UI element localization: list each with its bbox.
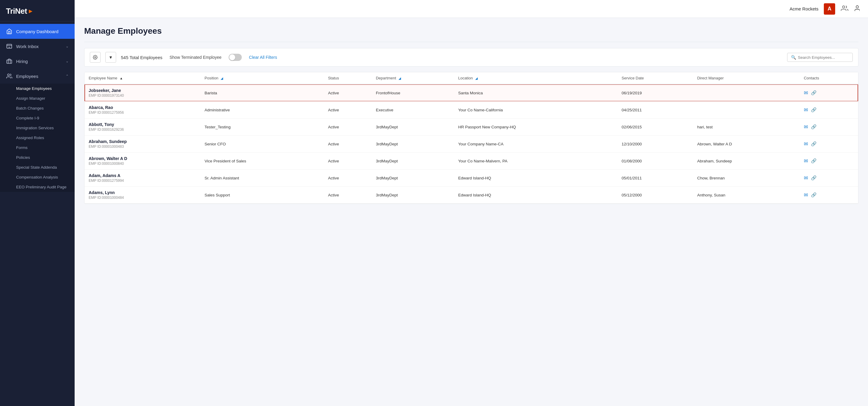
cell-location: Santa Monica — [454, 84, 618, 101]
employee-name: Adams, Lynn — [89, 190, 196, 195]
sub-nav-assigned-roles[interactable]: Assigned Roles — [0, 133, 74, 143]
clear-all-filters-button[interactable]: Clear All Filters — [249, 55, 277, 60]
filter-icon[interactable]: ◢ — [221, 76, 223, 80]
cell-department: Executive — [372, 101, 454, 119]
cell-position: Tester_Testing — [200, 119, 324, 135]
cell-contacts: ✉ 🔗 — [800, 187, 858, 204]
employees-table-container: Employee Name ▲ Position ◢ Status Depart… — [84, 72, 859, 204]
sidebar-item-employees[interactable]: Employees ⌃ — [0, 69, 74, 84]
divider — [84, 42, 859, 42]
sub-nav-immigration-services[interactable]: Immigration Services — [0, 123, 74, 133]
sidebar-item-label: Company Dashboard — [16, 29, 59, 34]
col-header-direct-manager: Direct Manager — [693, 72, 800, 84]
email-icon[interactable]: ✉ — [804, 175, 808, 181]
sub-nav-compensation-analysis[interactable]: Compensation Analysis — [0, 172, 74, 182]
email-icon[interactable]: ✉ — [804, 90, 808, 96]
cell-contacts: ✉ 🔗 — [800, 169, 858, 187]
cell-position: Administrative — [200, 101, 324, 119]
sub-nav-manage-employees[interactable]: Manage Employees — [0, 84, 74, 93]
email-icon[interactable]: ✉ — [804, 158, 808, 164]
toggle-knob — [229, 54, 235, 60]
cell-name: Abraham, Sundeep EMP ID:00001000483 — [85, 135, 200, 153]
cell-location: Edward Island-HQ — [454, 169, 618, 187]
sidebar-item-hiring[interactable]: Hiring ⌄ — [0, 54, 74, 69]
filter-icon[interactable]: ◢ — [399, 76, 401, 80]
col-header-name: Employee Name ▲ — [85, 72, 200, 84]
table-row[interactable]: Abraham, Sundeep EMP ID:00001000483 Seni… — [85, 135, 858, 153]
sidebar-item-company-dashboard[interactable]: Company Dashboard — [0, 24, 74, 39]
cell-status: Active — [324, 153, 372, 169]
cell-contacts: ✉ 🔗 — [800, 84, 858, 101]
cell-service-date: 04/25/2011 — [618, 101, 693, 119]
cell-location: Your Company Name-CA — [454, 135, 618, 153]
cell-department: 3rdMayDept — [372, 169, 454, 187]
cell-department: 3rdMayDept — [372, 153, 454, 169]
settings-button[interactable] — [90, 52, 101, 63]
chevron-down-icon: ⌄ — [66, 44, 69, 49]
users-icon[interactable] — [841, 5, 848, 13]
link-icon[interactable]: 🔗 — [811, 158, 817, 164]
link-icon[interactable]: 🔗 — [811, 175, 817, 181]
link-icon[interactable]: 🔗 — [811, 124, 817, 130]
email-icon[interactable]: ✉ — [804, 107, 808, 113]
svg-point-5 — [95, 57, 96, 58]
table-row[interactable]: Adams, Lynn EMP ID:00001000484 Sales Sup… — [85, 187, 858, 204]
email-icon[interactable]: ✉ — [804, 192, 808, 198]
cell-position: Sr. Admin Assistant — [200, 169, 324, 187]
sub-nav-forms[interactable]: Forms — [0, 143, 74, 153]
cell-name: Abrown, Walter A D EMP ID:00001000840 — [85, 153, 200, 169]
employee-name: Abraham, Sundeep — [89, 139, 196, 144]
show-terminated-toggle[interactable] — [229, 54, 242, 61]
cell-service-date: 06/19/2019 — [618, 84, 693, 101]
search-icon: 🔍 — [791, 55, 796, 60]
col-header-position: Position ◢ — [200, 72, 324, 84]
search-box[interactable]: 🔍 — [787, 53, 853, 62]
link-icon[interactable]: 🔗 — [811, 107, 817, 113]
table-body: Jobseeker, Jane EMP ID:00001973140 Baris… — [85, 84, 858, 204]
sub-nav-assign-manager[interactable]: Assign Manager — [0, 93, 74, 103]
logo-area: TriNet ► — [0, 0, 74, 22]
cell-position: Barista — [200, 84, 324, 101]
cell-name: Jobseeker, Jane EMP ID:00001973140 — [85, 84, 200, 101]
table-row[interactable]: Adam, Adams A EMP ID:00001275994 Sr. Adm… — [85, 169, 858, 187]
cell-location: Edward Island-HQ — [454, 187, 618, 204]
link-icon[interactable]: 🔗 — [811, 90, 817, 96]
cell-location: HR Passport New Company-HQ — [454, 119, 618, 135]
sub-nav-complete-i9[interactable]: Complete I-9 — [0, 113, 74, 123]
table-header: Employee Name ▲ Position ◢ Status Depart… — [85, 72, 858, 84]
sidebar-item-label: Hiring — [16, 59, 28, 64]
link-icon[interactable]: 🔗 — [811, 141, 817, 147]
cell-name: Adam, Adams A EMP ID:00001275994 — [85, 169, 200, 187]
cell-status: Active — [324, 84, 372, 101]
col-header-contacts: Contacts — [800, 72, 858, 84]
link-icon[interactable]: 🔗 — [811, 192, 817, 198]
cell-contacts: ✉ 🔗 — [800, 101, 858, 119]
user-icon[interactable] — [854, 5, 860, 13]
sub-nav-batch-changes[interactable]: Batch Changes — [0, 103, 74, 113]
cell-service-date: 05/12/2000 — [618, 187, 693, 204]
company-avatar: A — [824, 3, 835, 14]
table-row[interactable]: Abrown, Walter A D EMP ID:00001000840 Vi… — [85, 153, 858, 169]
sub-nav-policies[interactable]: Policies — [0, 153, 74, 162]
search-input[interactable] — [798, 55, 849, 60]
table-row[interactable]: Jobseeker, Jane EMP ID:00001973140 Baris… — [85, 84, 858, 101]
sub-nav-special-state-addenda[interactable]: Special State Addenda — [0, 162, 74, 172]
sort-icon[interactable]: ▲ — [120, 76, 123, 80]
employee-id: EMP ID:00001275956 — [89, 111, 196, 115]
sub-nav-eeo-preliminary-audit[interactable]: EEO Preliminary Audit Page — [0, 182, 74, 192]
cell-service-date: 05/01/2011 — [618, 169, 693, 187]
sidebar-nav: Company Dashboard Work Inbox ⌄ Hiring ⌄ … — [0, 22, 74, 192]
email-icon[interactable]: ✉ — [804, 124, 808, 130]
sidebar-item-work-inbox[interactable]: Work Inbox ⌄ — [0, 39, 74, 54]
table-row[interactable]: Abarca, Rao EMP ID:00001275956 Administr… — [85, 101, 858, 119]
table-row[interactable]: Abbott, Tony EMP ID:00001629236 Tester_T… — [85, 119, 858, 135]
logo-arrow-icon: ► — [28, 8, 34, 14]
filter-icon[interactable]: ◢ — [475, 76, 477, 80]
email-icon[interactable]: ✉ — [804, 141, 808, 147]
col-header-status: Status — [324, 72, 372, 84]
logo-text: TriNet — [6, 6, 27, 16]
dropdown-button[interactable]: ▼ — [105, 52, 116, 63]
employees-sub-nav: Manage Employees Assign Manager Batch Ch… — [0, 84, 74, 192]
cell-position: Senior CFO — [200, 135, 324, 153]
cell-direct-manager: Abrown, Walter A D — [693, 135, 800, 153]
